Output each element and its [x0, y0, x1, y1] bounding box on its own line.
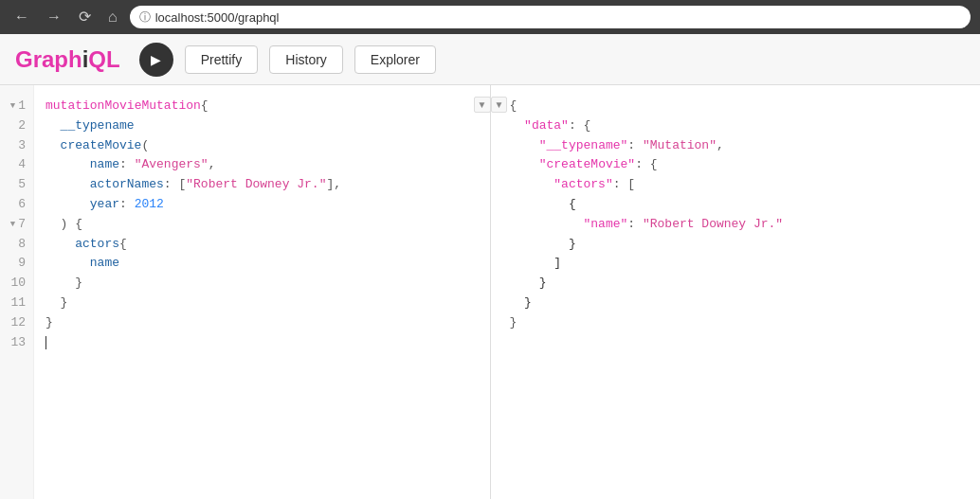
code-line-4: name: "Avengers", [45, 155, 479, 175]
code-line-12: } [45, 313, 479, 333]
code-line-1: mutation MovieMutation { [45, 97, 479, 116]
query-code[interactable]: mutation MovieMutation { __typename crea… [34, 85, 490, 499]
play-icon: ▶ [151, 52, 161, 67]
left-panel-collapse[interactable]: ▼ [474, 97, 491, 113]
resp-line-3: "__typename": "Mutation", [510, 136, 970, 156]
resp-line-11: } [510, 294, 970, 313]
forward-button[interactable]: → [42, 8, 66, 27]
resp-line-4: "createMovie": { [510, 155, 970, 175]
url-text: localhost:5000/graphql [155, 10, 280, 25]
resp-line-1: { [510, 97, 970, 116]
resp-line-12: } [510, 313, 970, 333]
resp-line-10: } [510, 274, 970, 294]
code-line-8: actors { [45, 235, 479, 255]
resp-line-6: { [510, 195, 970, 215]
code-line-5: actorNames: ["Robert Downey Jr."], [45, 175, 479, 195]
resp-line-8: } [510, 235, 970, 255]
resp-line-9: ] [510, 254, 970, 274]
response-code: { "data": { "__typename": "Mutation", "c… [491, 85, 981, 499]
code-line-10: } [45, 274, 479, 294]
fold-arrow-1[interactable]: ▼ [10, 99, 15, 113]
browser-chrome: ← → ⟳ ⌂ ⓘ localhost:5000/graphql [0, 0, 980, 34]
code-line-7: ) { [45, 215, 479, 235]
code-line-13 [45, 333, 479, 353]
explorer-button[interactable]: Explorer [354, 45, 436, 74]
history-button[interactable]: History [269, 45, 343, 74]
prettify-button[interactable]: Prettify [185, 45, 259, 74]
home-button[interactable]: ⌂ [103, 8, 122, 27]
query-editor[interactable]: ▼1 2 3 4 5 6 ▼7 8 9 10 11 12 13 mutation… [0, 85, 491, 499]
secure-icon: ⓘ [139, 9, 151, 26]
right-panel-collapse[interactable]: ▼ [491, 97, 508, 113]
editor-area: ▼1 2 3 4 5 6 ▼7 8 9 10 11 12 13 mutation… [0, 85, 980, 499]
resp-line-2: "data": { [510, 116, 970, 136]
back-button[interactable]: ← [9, 8, 34, 27]
code-line-3: createMovie( [45, 136, 479, 156]
resp-line-5: "actors": [ [510, 175, 970, 195]
code-line-6: year: 2012 [45, 195, 479, 215]
fold-arrow-7[interactable]: ▼ [10, 218, 15, 231]
play-button[interactable]: ▶ [139, 43, 173, 77]
line-numbers: ▼1 2 3 4 5 6 ▼7 8 9 10 11 12 13 [0, 85, 34, 499]
response-panel: ▼ { "data": { "__typename": "Mutation", … [491, 85, 981, 499]
code-line-2: __typename [45, 116, 479, 136]
graphiql-logo: GraphiQL [15, 46, 120, 73]
refresh-button[interactable]: ⟳ [74, 8, 96, 27]
graphiql-header: GraphiQL ▶ Prettify History Explorer [0, 34, 980, 85]
code-line-9: name [45, 254, 479, 274]
code-line-11: } [45, 294, 479, 313]
address-bar[interactable]: ⓘ localhost:5000/graphql [130, 6, 971, 28]
resp-line-7: "name": "Robert Downey Jr." [510, 215, 970, 235]
